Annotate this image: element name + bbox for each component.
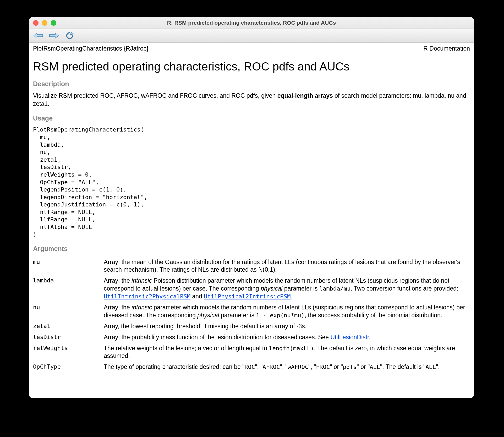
close-window-button[interactable] bbox=[33, 20, 39, 26]
description-text: Visualize RSM predicted ROC, AFROC, wAFR… bbox=[33, 92, 470, 108]
window-title: R: RSM predicted operating characteristi… bbox=[29, 20, 474, 26]
arg-row-lambda: lambda Array: the intrinsic Poisson dist… bbox=[33, 275, 470, 302]
section-usage-heading: Usage bbox=[33, 114, 470, 122]
arrow-left-icon bbox=[33, 32, 43, 39]
link-utillesiondistr[interactable]: UtilLesionDistr bbox=[331, 334, 369, 341]
arg-desc: Array: the intrinsic parameter which mod… bbox=[104, 302, 470, 321]
arg-name: OpChType bbox=[33, 362, 104, 373]
arg-row-zeta1: zeta1 Array, the lowest reporting thresh… bbox=[33, 321, 470, 332]
window-controls bbox=[33, 20, 56, 26]
app-window: R: RSM predicted operating characteristi… bbox=[29, 17, 474, 398]
arg-desc: Array, the lowest reporting threshold; i… bbox=[104, 321, 470, 332]
minimize-window-button[interactable] bbox=[42, 20, 47, 26]
link-utilphysical2intrinsicrsm[interactable]: UtilPhysical2IntrinsicRSM bbox=[204, 293, 291, 300]
back-button[interactable] bbox=[33, 32, 43, 40]
zoom-window-button[interactable] bbox=[51, 20, 56, 26]
doc-header-row: PlotRsmOperatingCharacteristics {RJafroc… bbox=[33, 45, 470, 52]
arg-row-lesdistr: lesDistr Array: the probability mass fun… bbox=[33, 332, 470, 343]
arg-desc: The relative weights of the lesions; a v… bbox=[104, 343, 470, 362]
arg-name: mu bbox=[33, 257, 104, 276]
arg-desc: Array: the probability mass function of … bbox=[104, 332, 470, 343]
arg-row-mu: mu Array: the mean of the Gaussian distr… bbox=[33, 257, 470, 276]
forward-button[interactable] bbox=[49, 32, 59, 40]
section-description-heading: Description bbox=[33, 80, 470, 88]
arg-row-relweights: relWeights The relative weights of the l… bbox=[33, 343, 470, 362]
arguments-table: mu Array: the mean of the Gaussian distr… bbox=[33, 257, 470, 373]
link-utilintrinsic2physicalrsm[interactable]: UtilIntrinsic2PhysicalRSM bbox=[104, 293, 190, 300]
document-body: PlotRsmOperatingCharacteristics {RJafroc… bbox=[29, 43, 474, 398]
reload-button[interactable] bbox=[64, 32, 75, 40]
arg-row-opchtype: OpChType The type of operating character… bbox=[33, 362, 470, 373]
arg-row-nu: nu Array: the intrinsic parameter which … bbox=[33, 302, 470, 321]
section-arguments-heading: Arguments bbox=[33, 245, 470, 253]
usage-code: PlotRsmOperatingCharacteristics( mu, lam… bbox=[33, 126, 470, 238]
arrow-right-icon bbox=[49, 32, 59, 39]
reload-icon bbox=[66, 32, 74, 40]
arg-desc: The type of operating characteristic des… bbox=[104, 362, 470, 373]
arg-name: nu bbox=[33, 302, 104, 321]
description-pre: Visualize RSM predicted ROC, AFROC, wAFR… bbox=[33, 92, 277, 99]
doc-label: R Documentation bbox=[423, 45, 470, 52]
toolbar bbox=[29, 29, 474, 43]
arg-desc: Array: the mean of the Gaussian distribu… bbox=[104, 257, 470, 276]
arg-name: zeta1 bbox=[33, 321, 104, 332]
description-bold: equal-length arrays bbox=[277, 92, 333, 99]
page-title: RSM predicted operating characteristics,… bbox=[33, 59, 470, 74]
arg-desc: Array: the intrinsic Poisson distributio… bbox=[104, 275, 470, 302]
arg-name: relWeights bbox=[33, 343, 104, 362]
titlebar: R: RSM predicted operating characteristi… bbox=[29, 17, 474, 29]
arg-name: lambda bbox=[33, 275, 104, 302]
arg-name: lesDistr bbox=[33, 332, 104, 343]
function-package: PlotRsmOperatingCharacteristics {RJafroc… bbox=[33, 45, 149, 52]
